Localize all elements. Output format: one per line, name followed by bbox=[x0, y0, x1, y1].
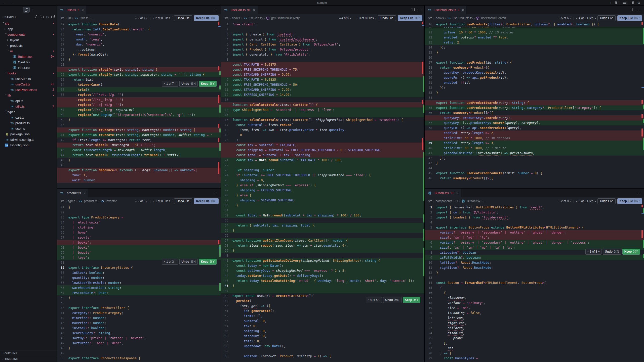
editor-layout-icon[interactable] bbox=[23, 7, 30, 13]
tree-item-button-tsx[interactable]: Button.tsx9+ bbox=[0, 54, 57, 59]
toggle-sidebar-left-icon[interactable] bbox=[615, 1, 619, 4]
next-file-icon[interactable]: › bbox=[375, 16, 376, 20]
tree-item-input-tsx[interactable]: Input.tsx bbox=[0, 65, 57, 70]
timeline-section[interactable]: ›TIMELINE bbox=[0, 356, 57, 362]
tree-item-cart-ts[interactable]: TScart.ts bbox=[0, 115, 57, 120]
tab-button-tsx[interactable]: Button.tsx9+× bbox=[425, 189, 461, 197]
breadcrumb[interactable]: src›types›TSproduct.ts›Inventor bbox=[60, 199, 117, 203]
next-change-icon[interactable]: › bbox=[569, 18, 572, 19]
tree-item-package-json[interactable]: {}package.json bbox=[0, 131, 57, 137]
new-file-icon[interactable] bbox=[34, 15, 37, 19]
breadcrumb[interactable]: src›lib›TSutils.ts›... bbox=[60, 16, 94, 20]
previous-file-icon[interactable]: ‹ bbox=[576, 16, 577, 20]
previous-conflict-icon[interactable]: › bbox=[366, 299, 371, 300]
close-icon[interactable]: × bbox=[84, 191, 86, 195]
previous-change-icon[interactable]: › bbox=[134, 18, 138, 19]
keep-file-button[interactable]: Keep File⌘↩ bbox=[617, 198, 642, 204]
more-actions-icon[interactable]: ⋯ bbox=[637, 191, 641, 195]
previous-change-icon[interactable]: › bbox=[134, 201, 138, 202]
close-icon[interactable]: × bbox=[462, 8, 464, 12]
chevron-down-icon[interactable]: › bbox=[31, 9, 35, 10]
settings-gear-icon[interactable]: ⚙ bbox=[637, 1, 640, 5]
previous-change-icon[interactable]: › bbox=[338, 18, 342, 19]
previous-conflict-icon[interactable]: › bbox=[162, 261, 167, 262]
next-file-icon[interactable]: › bbox=[171, 16, 172, 20]
breadcrumb[interactable]: src›hooks›TSuseProducts.ts›useProductSea… bbox=[428, 16, 506, 20]
code-area[interactable]: 19export function formatDate(24 return n… bbox=[57, 22, 221, 188]
tree-item-products[interactable]: ›products bbox=[0, 43, 57, 48]
tree-item-layout[interactable]: ›layout bbox=[0, 37, 57, 43]
breadcrumb[interactable]: src›components›ui›Button.tsx›... bbox=[428, 199, 486, 203]
refresh-icon[interactable]: ↻ bbox=[46, 15, 49, 19]
tree-item-useauth-ts[interactable]: TSuseAuth.ts bbox=[0, 76, 57, 81]
overview-ruler[interactable] bbox=[218, 205, 221, 362]
undo-change-button[interactable]: Undo ⌘N bbox=[179, 81, 197, 87]
next-file-icon[interactable]: › bbox=[171, 199, 172, 203]
next-file-icon[interactable]: › bbox=[595, 199, 596, 203]
tree-item-lib[interactable]: ›lib● bbox=[0, 93, 57, 98]
previous-file-icon[interactable]: ‹ bbox=[153, 16, 154, 20]
next-change-icon[interactable]: › bbox=[145, 18, 149, 19]
keep-change-button[interactable]: Keep ⌘Y bbox=[403, 297, 420, 303]
tab-product-ts[interactable]: TSproduct.ts× bbox=[57, 189, 88, 197]
tree-item-hooks[interactable]: ›hooks● bbox=[0, 70, 57, 76]
more-actions-icon[interactable]: ⋯ bbox=[637, 8, 641, 12]
more-actions-icon[interactable]: ⋯ bbox=[214, 191, 218, 195]
code-area[interactable]: 16export function useProducts(filter?: P… bbox=[425, 22, 644, 188]
tree-item-product-ts[interactable]: TSproduct.ts bbox=[0, 120, 57, 126]
tab-useproducts-ts[interactable]: TSuseProducts.ts2× bbox=[425, 6, 466, 14]
more-actions-icon[interactable]: ⋯ bbox=[418, 8, 421, 12]
next-change-icon[interactable]: › bbox=[145, 201, 149, 202]
close-icon[interactable]: × bbox=[82, 8, 84, 12]
next-change-icon[interactable]: › bbox=[569, 201, 572, 202]
close-icon[interactable]: × bbox=[253, 8, 255, 12]
tree-item-tailwind-config-ts[interactable]: TStailwind.config.ts bbox=[0, 137, 57, 142]
tree-item-components[interactable]: ›components● bbox=[0, 32, 57, 37]
previous-file-icon[interactable]: ‹ bbox=[357, 16, 358, 20]
close-icon[interactable]: × bbox=[457, 191, 459, 195]
undo-change-button[interactable]: Undo ⌘N bbox=[603, 249, 621, 255]
tree-item-types[interactable]: ›types bbox=[0, 109, 57, 115]
undo-file-button[interactable]: Undo File bbox=[174, 15, 192, 21]
keep-file-button[interactable]: Keep File⌘↩ bbox=[194, 198, 219, 204]
code-area[interactable]: 1import { forwardRef, ButtonHTMLAttribut… bbox=[425, 205, 644, 362]
more-actions-icon[interactable]: ⋯ bbox=[214, 8, 218, 12]
keep-file-button[interactable]: Keep File⌘↩ bbox=[194, 15, 219, 21]
keep-file-button[interactable]: Keep File⌘↩ bbox=[617, 15, 642, 21]
tree-item-usecart-ts[interactable]: TSuseCart.ts9+ bbox=[0, 81, 57, 87]
undo-file-button[interactable]: Undo File bbox=[597, 15, 615, 21]
overview-ruler[interactable] bbox=[641, 205, 644, 362]
overview-ruler[interactable] bbox=[422, 22, 424, 362]
previous-file-icon[interactable]: ‹ bbox=[153, 199, 154, 203]
next-conflict-icon[interactable]: › bbox=[173, 261, 178, 262]
overview-ruler[interactable] bbox=[218, 22, 221, 188]
keep-change-button[interactable]: Keep ⌘Y bbox=[199, 259, 217, 265]
keep-change-button[interactable]: Keep ⌘Y bbox=[622, 249, 640, 255]
tab-usecart-ts[interactable]: TSuseCart.ts9+× bbox=[221, 6, 258, 14]
previous-file-icon[interactable]: ‹ bbox=[576, 199, 577, 203]
keep-change-button[interactable]: Keep ⌘Y bbox=[199, 81, 217, 87]
split-editor-icon[interactable] bbox=[411, 8, 415, 12]
new-folder-icon[interactable] bbox=[40, 15, 44, 19]
next-file-icon[interactable]: › bbox=[595, 16, 596, 20]
toggle-sidebar-right-icon[interactable] bbox=[630, 1, 634, 4]
next-change-icon[interactable]: › bbox=[349, 18, 353, 19]
previous-change-icon[interactable]: › bbox=[557, 18, 561, 19]
tree-item-src[interactable]: ›src● bbox=[0, 21, 57, 26]
new-tab-icon[interactable]: + bbox=[610, 1, 612, 5]
tree-item-api-ts[interactable]: TSapi.ts bbox=[0, 98, 57, 104]
explorer-section-header[interactable]: › SAMPLE ↻ bbox=[0, 14, 57, 20]
collapse-folders-icon[interactable] bbox=[51, 15, 55, 19]
previous-conflict-icon[interactable]: › bbox=[162, 83, 167, 84]
undo-file-button[interactable]: Undo File bbox=[174, 198, 192, 204]
code-area[interactable]: 1'use client';23import { create } from '… bbox=[221, 22, 424, 362]
undo-change-button[interactable]: Undo ⌘N bbox=[179, 259, 197, 265]
tree-item-user-ts[interactable]: TSuser.ts bbox=[0, 126, 57, 131]
previous-conflict-icon[interactable]: › bbox=[585, 251, 590, 252]
code-area[interactable]: 21}2223export type ProductCategory =24 |… bbox=[57, 205, 221, 362]
next-conflict-icon[interactable]: › bbox=[596, 251, 601, 252]
overview-ruler[interactable] bbox=[641, 22, 644, 188]
tree-item-utils-ts[interactable]: TSutils.ts2 bbox=[0, 104, 57, 109]
keep-file-button[interactable]: Keep File⌘↩ bbox=[398, 15, 422, 21]
undo-change-button[interactable]: Undo ⌘N bbox=[383, 297, 401, 303]
